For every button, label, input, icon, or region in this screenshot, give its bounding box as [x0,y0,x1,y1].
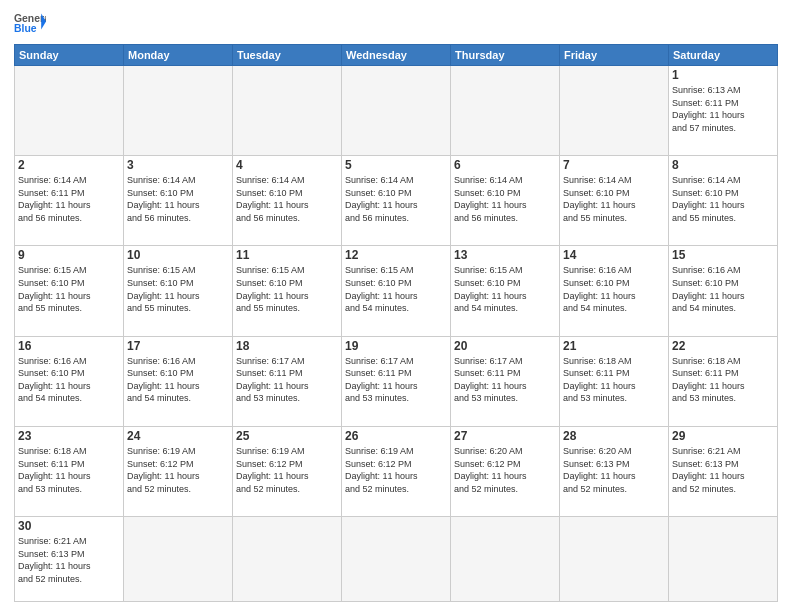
calendar-cell: 16Sunrise: 6:16 AM Sunset: 6:10 PM Dayli… [15,336,124,426]
day-info: Sunrise: 6:15 AM Sunset: 6:10 PM Dayligh… [454,264,556,314]
day-info: Sunrise: 6:19 AM Sunset: 6:12 PM Dayligh… [345,445,447,495]
day-info: Sunrise: 6:14 AM Sunset: 6:10 PM Dayligh… [672,174,774,224]
calendar-cell [560,66,669,156]
day-info: Sunrise: 6:20 AM Sunset: 6:12 PM Dayligh… [454,445,556,495]
week-row-5: 30Sunrise: 6:21 AM Sunset: 6:13 PM Dayli… [15,517,778,602]
calendar-cell: 13Sunrise: 6:15 AM Sunset: 6:10 PM Dayli… [451,246,560,336]
day-info: Sunrise: 6:16 AM Sunset: 6:10 PM Dayligh… [127,355,229,405]
weekday-header-friday: Friday [560,45,669,66]
day-info: Sunrise: 6:16 AM Sunset: 6:10 PM Dayligh… [563,264,665,314]
calendar-cell: 27Sunrise: 6:20 AM Sunset: 6:12 PM Dayli… [451,426,560,516]
day-number: 17 [127,339,229,353]
day-number: 7 [563,158,665,172]
day-info: Sunrise: 6:14 AM Sunset: 6:11 PM Dayligh… [18,174,120,224]
day-info: Sunrise: 6:14 AM Sunset: 6:10 PM Dayligh… [236,174,338,224]
day-number: 28 [563,429,665,443]
day-number: 6 [454,158,556,172]
calendar-cell: 5Sunrise: 6:14 AM Sunset: 6:10 PM Daylig… [342,156,451,246]
day-number: 13 [454,248,556,262]
day-info: Sunrise: 6:18 AM Sunset: 6:11 PM Dayligh… [563,355,665,405]
calendar-cell [124,517,233,602]
calendar-cell: 17Sunrise: 6:16 AM Sunset: 6:10 PM Dayli… [124,336,233,426]
day-info: Sunrise: 6:20 AM Sunset: 6:13 PM Dayligh… [563,445,665,495]
calendar-table: SundayMondayTuesdayWednesdayThursdayFrid… [14,44,778,602]
day-number: 3 [127,158,229,172]
day-number: 29 [672,429,774,443]
calendar-cell [451,517,560,602]
calendar-cell: 26Sunrise: 6:19 AM Sunset: 6:12 PM Dayli… [342,426,451,516]
calendar-cell [233,517,342,602]
day-number: 30 [18,519,120,533]
day-number: 26 [345,429,447,443]
day-number: 11 [236,248,338,262]
calendar-cell: 9Sunrise: 6:15 AM Sunset: 6:10 PM Daylig… [15,246,124,336]
day-info: Sunrise: 6:21 AM Sunset: 6:13 PM Dayligh… [18,535,120,585]
day-info: Sunrise: 6:17 AM Sunset: 6:11 PM Dayligh… [454,355,556,405]
day-info: Sunrise: 6:15 AM Sunset: 6:10 PM Dayligh… [127,264,229,314]
day-info: Sunrise: 6:18 AM Sunset: 6:11 PM Dayligh… [672,355,774,405]
calendar-cell: 28Sunrise: 6:20 AM Sunset: 6:13 PM Dayli… [560,426,669,516]
svg-text:Blue: Blue [14,23,37,34]
calendar-cell: 12Sunrise: 6:15 AM Sunset: 6:10 PM Dayli… [342,246,451,336]
calendar-cell: 19Sunrise: 6:17 AM Sunset: 6:11 PM Dayli… [342,336,451,426]
calendar-cell: 21Sunrise: 6:18 AM Sunset: 6:11 PM Dayli… [560,336,669,426]
calendar-cell: 1Sunrise: 6:13 AM Sunset: 6:11 PM Daylig… [669,66,778,156]
weekday-header-thursday: Thursday [451,45,560,66]
calendar-cell [451,66,560,156]
day-number: 15 [672,248,774,262]
day-number: 24 [127,429,229,443]
day-info: Sunrise: 6:19 AM Sunset: 6:12 PM Dayligh… [127,445,229,495]
day-number: 9 [18,248,120,262]
calendar-cell [342,517,451,602]
day-number: 8 [672,158,774,172]
calendar-cell: 25Sunrise: 6:19 AM Sunset: 6:12 PM Dayli… [233,426,342,516]
day-info: Sunrise: 6:16 AM Sunset: 6:10 PM Dayligh… [672,264,774,314]
day-number: 20 [454,339,556,353]
day-number: 14 [563,248,665,262]
calendar-cell: 20Sunrise: 6:17 AM Sunset: 6:11 PM Dayli… [451,336,560,426]
week-row-3: 16Sunrise: 6:16 AM Sunset: 6:10 PM Dayli… [15,336,778,426]
day-number: 1 [672,68,774,82]
day-number: 23 [18,429,120,443]
weekday-header-monday: Monday [124,45,233,66]
calendar-cell: 15Sunrise: 6:16 AM Sunset: 6:10 PM Dayli… [669,246,778,336]
week-row-0: 1Sunrise: 6:13 AM Sunset: 6:11 PM Daylig… [15,66,778,156]
calendar-cell [233,66,342,156]
calendar-cell [15,66,124,156]
calendar-cell: 24Sunrise: 6:19 AM Sunset: 6:12 PM Dayli… [124,426,233,516]
calendar-cell [669,517,778,602]
day-info: Sunrise: 6:18 AM Sunset: 6:11 PM Dayligh… [18,445,120,495]
day-info: Sunrise: 6:19 AM Sunset: 6:12 PM Dayligh… [236,445,338,495]
calendar-cell [124,66,233,156]
day-info: Sunrise: 6:21 AM Sunset: 6:13 PM Dayligh… [672,445,774,495]
calendar-cell: 22Sunrise: 6:18 AM Sunset: 6:11 PM Dayli… [669,336,778,426]
day-number: 4 [236,158,338,172]
logo: General Blue [14,10,46,38]
day-info: Sunrise: 6:14 AM Sunset: 6:10 PM Dayligh… [345,174,447,224]
weekday-header-row: SundayMondayTuesdayWednesdayThursdayFrid… [15,45,778,66]
calendar-cell: 11Sunrise: 6:15 AM Sunset: 6:10 PM Dayli… [233,246,342,336]
day-info: Sunrise: 6:13 AM Sunset: 6:11 PM Dayligh… [672,84,774,134]
day-number: 18 [236,339,338,353]
calendar-cell: 3Sunrise: 6:14 AM Sunset: 6:10 PM Daylig… [124,156,233,246]
calendar-cell: 14Sunrise: 6:16 AM Sunset: 6:10 PM Dayli… [560,246,669,336]
calendar-cell: 18Sunrise: 6:17 AM Sunset: 6:11 PM Dayli… [233,336,342,426]
day-info: Sunrise: 6:14 AM Sunset: 6:10 PM Dayligh… [454,174,556,224]
weekday-header-tuesday: Tuesday [233,45,342,66]
day-info: Sunrise: 6:17 AM Sunset: 6:11 PM Dayligh… [236,355,338,405]
weekday-header-saturday: Saturday [669,45,778,66]
calendar-cell [560,517,669,602]
calendar-cell [342,66,451,156]
day-number: 16 [18,339,120,353]
week-row-1: 2Sunrise: 6:14 AM Sunset: 6:11 PM Daylig… [15,156,778,246]
day-number: 12 [345,248,447,262]
calendar-cell: 23Sunrise: 6:18 AM Sunset: 6:11 PM Dayli… [15,426,124,516]
calendar-cell: 29Sunrise: 6:21 AM Sunset: 6:13 PM Dayli… [669,426,778,516]
day-number: 21 [563,339,665,353]
week-row-2: 9Sunrise: 6:15 AM Sunset: 6:10 PM Daylig… [15,246,778,336]
calendar-cell: 8Sunrise: 6:14 AM Sunset: 6:10 PM Daylig… [669,156,778,246]
calendar-cell: 7Sunrise: 6:14 AM Sunset: 6:10 PM Daylig… [560,156,669,246]
generalblue-logo-icon: General Blue [14,10,46,38]
weekday-header-wednesday: Wednesday [342,45,451,66]
day-number: 10 [127,248,229,262]
